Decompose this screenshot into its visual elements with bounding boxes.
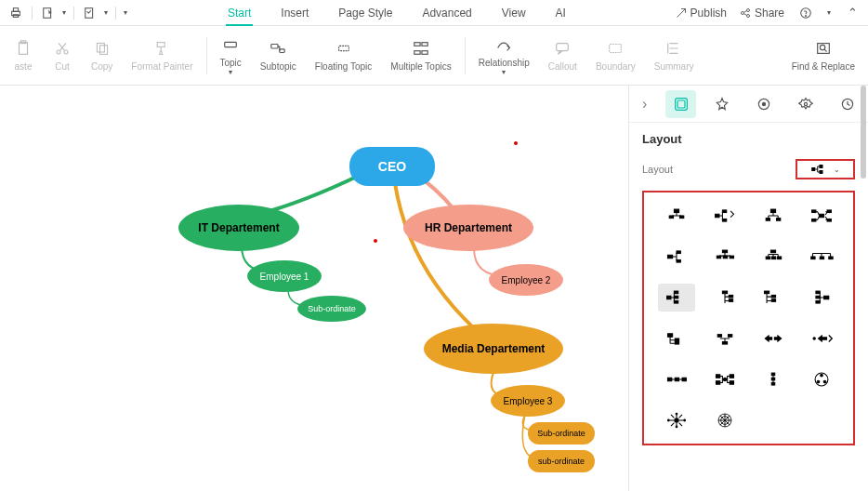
copy-button[interactable]: Copy <box>82 35 122 75</box>
svg-rect-90 <box>716 375 719 378</box>
layout-option-9-selected[interactable] <box>658 284 695 312</box>
menu-tabs: Start Insert Page Style Advanced View AI <box>226 1 568 25</box>
boundary-button[interactable]: Boundary <box>586 35 645 75</box>
panel-tab-style[interactable] <box>707 90 738 118</box>
topic-button[interactable]: Topic▾ <box>211 32 251 80</box>
layout-label: Layout <box>642 164 673 175</box>
svg-rect-57 <box>723 256 727 259</box>
publish-button[interactable]: Publish <box>676 7 727 20</box>
scrollbar[interactable] <box>861 86 866 179</box>
layout-option-12[interactable] <box>803 284 840 312</box>
svg-rect-87 <box>667 378 671 380</box>
svg-rect-14 <box>97 43 104 52</box>
panel-tab-layout[interactable] <box>665 90 696 118</box>
layout-option-17[interactable] <box>658 365 695 393</box>
node-ceo[interactable]: CEO <box>349 147 435 186</box>
tab-insert[interactable]: Insert <box>279 1 310 25</box>
node-employee-1[interactable]: Employee 1 <box>247 260 322 292</box>
svg-rect-47 <box>811 210 815 213</box>
node-hr-dept[interactable]: HR Departement <box>403 205 533 251</box>
layout-option-22[interactable] <box>706 406 743 434</box>
layout-option-21[interactable] <box>658 406 695 434</box>
svg-rect-75 <box>771 299 775 302</box>
tab-advanced[interactable]: Advanced <box>420 1 473 25</box>
node-it-dept[interactable]: IT Departement <box>178 205 299 251</box>
titlebar: ▾ ▾ ▾ Start Insert Page Style Advanced V… <box>0 0 868 26</box>
help-icon[interactable] <box>797 5 814 21</box>
svg-point-101 <box>823 380 826 383</box>
svg-rect-36 <box>820 166 822 168</box>
layout-option-empty <box>803 406 840 434</box>
svg-rect-1 <box>13 7 18 11</box>
layout-option-16[interactable] <box>803 325 840 352</box>
layout-option-15[interactable] <box>755 325 792 352</box>
tab-ai[interactable]: AI <box>554 1 568 25</box>
panel-tab-location[interactable] <box>749 90 780 118</box>
svg-rect-55 <box>722 250 727 253</box>
node-subordinate-2[interactable]: Sub-ordinate <box>528 422 595 445</box>
mindmap-canvas[interactable]: CEO IT Departement HR Departement Media … <box>0 86 628 491</box>
layout-option-11[interactable] <box>755 284 792 312</box>
floating-topic-button[interactable]: Floating Topic <box>306 35 382 75</box>
panel-tab-settings[interactable] <box>791 90 822 118</box>
svg-point-5 <box>741 11 743 14</box>
chevron-down-icon[interactable]: ▾ <box>62 8 66 17</box>
panel-tab-history[interactable] <box>832 90 862 118</box>
checklist-icon[interactable] <box>82 5 99 21</box>
node-employee-3[interactable]: Employee 3 <box>491 385 565 417</box>
node-subordinate-1[interactable]: Sub-ordinate <box>297 296 366 322</box>
node-media-dept[interactable]: Media Departement <box>424 324 563 374</box>
chevron-down-icon[interactable]: ▾ <box>124 8 127 17</box>
tab-page-style[interactable]: Page Style <box>336 1 394 25</box>
layout-option-10[interactable] <box>706 284 743 312</box>
layout-option-20[interactable] <box>803 365 840 393</box>
svg-rect-18 <box>271 45 278 49</box>
ribbon: aste Cut Copy Format Painter Topic▾ Subt… <box>0 26 868 86</box>
layout-option-7[interactable] <box>755 243 792 271</box>
layout-option-8[interactable] <box>803 243 840 271</box>
format-painter-button[interactable]: Format Painter <box>122 35 202 75</box>
svg-rect-23 <box>414 51 420 55</box>
layout-option-18[interactable] <box>706 365 743 393</box>
tab-view[interactable]: View <box>500 1 528 25</box>
svg-rect-84 <box>717 335 721 338</box>
layout-dropdown[interactable]: ⌄ <box>796 159 855 179</box>
layout-option-5[interactable] <box>658 243 695 271</box>
callout-button[interactable]: Callout <box>539 35 586 75</box>
layout-option-4[interactable] <box>803 202 840 230</box>
cut-button[interactable]: Cut <box>43 35 82 75</box>
svg-rect-73 <box>764 291 769 294</box>
subtopic-button[interactable]: Subtopic <box>251 35 306 75</box>
svg-rect-64 <box>820 257 823 259</box>
svg-rect-91 <box>716 381 719 384</box>
svg-rect-78 <box>815 296 819 299</box>
svg-rect-71 <box>729 295 732 298</box>
find-replace-button[interactable]: Find & Replace <box>783 35 864 75</box>
svg-rect-60 <box>766 257 769 259</box>
svg-rect-37 <box>820 171 822 174</box>
summary-button[interactable]: Summary <box>645 35 704 75</box>
tab-start[interactable]: Start <box>226 1 253 25</box>
node-employee-2[interactable]: Employee 2 <box>489 264 563 296</box>
layout-option-19[interactable] <box>755 365 792 393</box>
collapse-ribbon-icon[interactable]: ⌃ <box>844 5 861 21</box>
share-button[interactable]: Share <box>740 7 784 20</box>
svg-point-99 <box>820 374 822 377</box>
chevron-down-icon[interactable]: ▾ <box>104 8 108 17</box>
collapse-panel-icon[interactable]: › <box>635 94 654 114</box>
chevron-down-icon[interactable]: ▾ <box>827 8 831 17</box>
layout-option-6[interactable] <box>706 243 743 271</box>
layout-option-14[interactable] <box>706 325 743 352</box>
layout-option-2[interactable] <box>706 202 743 230</box>
layout-option-13[interactable] <box>658 325 695 352</box>
paste-button[interactable]: aste <box>4 35 43 75</box>
layout-option-3[interactable] <box>755 202 792 230</box>
relationship-button[interactable]: Relationship▾ <box>469 32 539 80</box>
layout-option-1[interactable] <box>658 202 695 230</box>
export-icon[interactable] <box>40 5 57 21</box>
multiple-topics-button[interactable]: Multiple Topics <box>381 35 460 75</box>
print-icon[interactable] <box>7 5 24 21</box>
node-subordinate-3[interactable]: sub-ordinate <box>528 450 595 472</box>
svg-rect-61 <box>771 257 775 259</box>
svg-rect-22 <box>422 43 427 46</box>
